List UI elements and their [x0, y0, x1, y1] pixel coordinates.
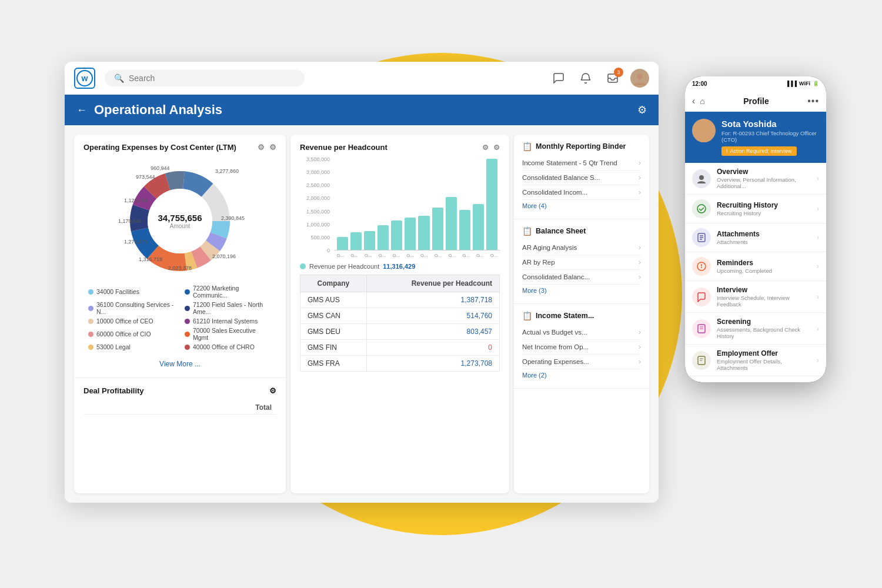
chevron-icon: ›	[817, 356, 819, 365]
annotation-5: 1,275,171	[124, 239, 148, 245]
warning-icon: !	[726, 148, 728, 154]
chart-icons: ⚙ ⚙	[482, 143, 500, 152]
chevron-icon: ›	[817, 233, 819, 242]
balance-sheet-title: 📋 Balance Sheet	[522, 226, 641, 236]
notification-button[interactable]	[576, 69, 595, 88]
filter-icon[interactable]: ⚙	[258, 143, 265, 152]
chart-filter-icon[interactable]: ⚙	[482, 143, 489, 152]
user-avatar[interactable]	[630, 69, 649, 88]
annotation-7: 2,023,378	[168, 265, 192, 271]
annotation-9: 2,390,845	[221, 215, 245, 221]
chart-gear-icon[interactable]: ⚙	[493, 143, 500, 152]
legend-item-0: 34000 Facilities	[88, 285, 175, 299]
chat-button[interactable]	[549, 69, 568, 88]
chevron-icon: ›	[639, 328, 641, 336]
bar-11	[486, 159, 497, 250]
balance-icon: 📋	[522, 226, 532, 236]
search-bar[interactable]: 🔍	[105, 70, 305, 86]
wifi-icon: WiFi	[799, 81, 810, 86]
income-more-link[interactable]: More (2)	[522, 369, 641, 381]
signal-icon: ▐▐▐	[786, 81, 797, 86]
menu-interview[interactable]: Interview Interview Schedule, Interview …	[685, 281, 826, 313]
donut-amount: 34,755,656	[158, 213, 202, 223]
annotation-10: 2,070,196	[212, 253, 236, 259]
chevron-icon: ›	[639, 243, 641, 252]
phone-menu: Overview Overview, Personal Information,…	[685, 163, 826, 382]
revenue-table: Company Revenue per Headcount GMS AUS 1,…	[300, 275, 500, 372]
balance-more-link[interactable]: More (3)	[522, 285, 641, 296]
svg-point-19	[699, 175, 704, 180]
svg-point-18	[699, 123, 709, 133]
inbox-badge: 3	[614, 68, 623, 77]
balance-item-0[interactable]: AR Aging Analysis ›	[522, 240, 641, 255]
legend-dot-9	[185, 345, 190, 350]
phone-more-button[interactable]: •••	[807, 96, 819, 106]
monthly-item-0[interactable]: Income Statement - 5 Qtr Trend ›	[522, 156, 641, 171]
profile-role: For: R-00293 Chief Technology Officer (C…	[721, 130, 819, 143]
employment-offer-icon	[692, 351, 711, 370]
phone-home-button[interactable]: ⌂	[700, 96, 704, 106]
bar-10	[473, 204, 484, 250]
legend-dot-2	[88, 306, 93, 311]
monthly-item-1[interactable]: Consolidated Balance S... ›	[522, 171, 641, 185]
menu-screening[interactable]: Screening Assessments, Background Check …	[685, 313, 826, 345]
income-item-2[interactable]: Operating Expenses... ›	[522, 355, 641, 369]
svg-text:w: w	[81, 74, 88, 83]
deal-col-total: Total	[135, 401, 276, 415]
deal-section: Deal Profitability ⚙ Total	[74, 378, 286, 419]
right-panel: 📋 Monthly Reporting Binder Income Statem…	[514, 135, 649, 493]
chevron-icon: ›	[817, 293, 819, 301]
middle-panel: Revenue per Headcount ⚙ ⚙ 3,500,000 3,00…	[290, 135, 509, 493]
opex-icons: ⚙ ⚙	[258, 143, 276, 152]
bar-5	[405, 218, 416, 250]
chevron-icon: ›	[639, 258, 641, 266]
donut-center: 34,755,656 Amount	[158, 213, 202, 229]
chart-title: Revenue per Headcount ⚙ ⚙	[300, 143, 500, 152]
search-icon: 🔍	[114, 74, 124, 83]
desktop-window: w 🔍	[65, 62, 659, 503]
back-button[interactable]: ←	[76, 104, 87, 116]
phone-back-button[interactable]: ‹	[692, 96, 695, 106]
bar-9	[459, 210, 470, 250]
bar-1	[350, 232, 362, 250]
legend-dot-0	[88, 289, 93, 295]
income-item-1[interactable]: Net Income from Op... ›	[522, 340, 641, 355]
menu-attachments[interactable]: Attachments Attachments ›	[685, 223, 826, 252]
legend-dot-5	[185, 319, 190, 324]
phone-time: 12:00	[692, 81, 707, 87]
annotation-3: 1,122,781	[124, 198, 148, 203]
deal-title: Deal Profitability ⚙	[83, 386, 276, 395]
income-item-0[interactable]: Actual vs Budget vs... ›	[522, 325, 641, 340]
chevron-icon: ›	[639, 343, 641, 351]
deal-gear-icon[interactable]: ⚙	[269, 386, 276, 395]
svg-point-3	[637, 74, 643, 79]
legend-dot-8	[88, 345, 93, 350]
search-input[interactable]	[129, 74, 295, 83]
legend-item-6: 60000 Office of CIO	[88, 327, 175, 341]
revenue-value: 11,316,429	[383, 263, 415, 270]
gear-icon[interactable]: ⚙	[269, 143, 276, 152]
binder-icon: 📋	[522, 142, 532, 151]
menu-employment-offer[interactable]: Employment Offer Employment Offer Detail…	[685, 345, 826, 376]
phone-nav: ‹ ⌂ Profile •••	[685, 91, 826, 112]
balance-item-1[interactable]: AR by Rep ›	[522, 255, 641, 270]
balance-item-2[interactable]: Consolidated Balanc... ›	[522, 270, 641, 285]
table-row: GMS FRA 1,273,708	[300, 356, 500, 372]
monthly-more-link[interactable]: More (4)	[522, 200, 641, 212]
monthly-item-2[interactable]: Consolidated Incom... ›	[522, 185, 641, 200]
menu-recruiting-history[interactable]: Recruiting History Recruiting History ›	[685, 195, 826, 223]
attachments-icon	[692, 228, 711, 247]
table-row: GMS CAN 514,760	[300, 308, 500, 324]
inbox-button[interactable]: 3	[603, 69, 622, 88]
menu-overview[interactable]: Overview Overview, Personal Information,…	[685, 163, 826, 195]
menu-reminders[interactable]: Reminders Upcoming, Completed ›	[685, 252, 826, 281]
monthly-binder-section: 📋 Monthly Reporting Binder Income Statem…	[514, 135, 649, 219]
page-header: ← Operational Analysis ⚙	[65, 95, 659, 125]
action-required-badge: ! Action Required: Interview	[721, 146, 797, 156]
view-more-button[interactable]: View More ...	[83, 355, 276, 373]
legend-dot-1	[185, 289, 190, 295]
annotation-8: 3,277,860	[215, 168, 239, 174]
settings-button[interactable]: ⚙	[637, 103, 647, 116]
screening-icon	[692, 319, 711, 338]
chevron-icon: ›	[817, 205, 819, 213]
